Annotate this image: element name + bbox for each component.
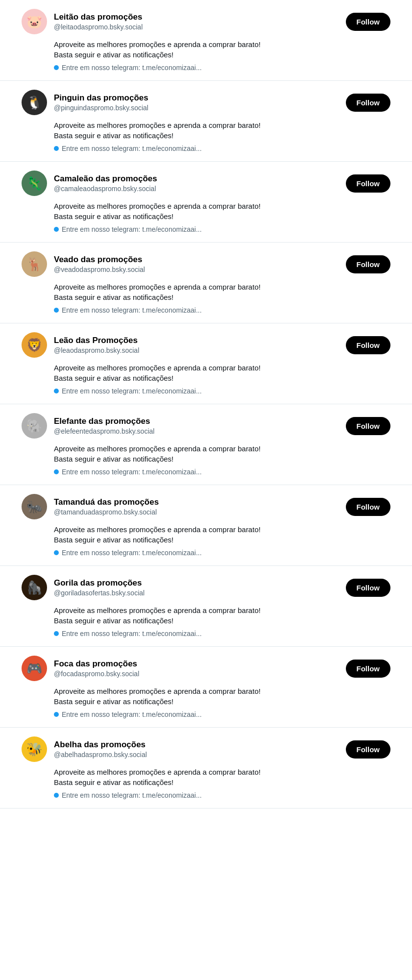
account-link-abelha: Entre em nosso telegram: t.me/economizaa…: [54, 791, 390, 799]
account-description-elefante: Aproveite as melhores promoções e aprend…: [54, 443, 390, 464]
blue-dot-icon-gorila: [54, 631, 59, 636]
account-handle-veado: @veadodaspromo.bsky.social: [54, 266, 340, 273]
follow-button-pinguin[interactable]: Follow: [346, 94, 391, 112]
account-card-foca: 🎮 Foca das promoções @focadaspromo.bsky.…: [0, 647, 412, 728]
account-name-camaleao: Camaleão das promoções: [54, 174, 340, 184]
account-link-tamandua: Entre em nosso telegram: t.me/economizaa…: [54, 549, 390, 557]
avatar-pinguin: 🐧: [22, 90, 47, 115]
follow-button-abelha[interactable]: Follow: [346, 740, 391, 759]
account-card-veado: 🦌 Veado das promoções @veadodaspromo.bsk…: [0, 243, 412, 323]
account-link-foca: Entre em nosso telegram: t.me/economizaa…: [54, 710, 390, 718]
avatar-abelha: 🐝: [22, 736, 47, 762]
account-description-abelha: Aproveite as melhores promoções e aprend…: [54, 767, 390, 787]
avatar-elefante: 🐘: [22, 413, 47, 439]
follow-button-tamandua[interactable]: Follow: [346, 498, 391, 516]
account-info-abelha: Abelha das promoções @abelhadaspromo.bsk…: [54, 740, 340, 759]
link-text-elefante: Entre em nosso telegram: t.me/economizaa…: [62, 468, 202, 476]
link-text-gorila: Entre em nosso telegram: t.me/economizaa…: [62, 630, 202, 637]
account-card-camaleao: 🦎 Camaleão das promoções @camaleaodaspro…: [0, 162, 412, 243]
link-text-pinguin: Entre em nosso telegram: t.me/economizaa…: [62, 145, 202, 152]
follow-button-veado[interactable]: Follow: [346, 255, 391, 273]
blue-dot-icon-abelha: [54, 793, 59, 798]
account-info-camaleao: Camaleão das promoções @camaleaodaspromo…: [54, 174, 340, 193]
account-header-leitao: 🐷 Leitão das promoções @leitaodaspromo.b…: [22, 9, 390, 34]
account-handle-abelha: @abelhadaspromo.bsky.social: [54, 751, 340, 759]
blue-dot-icon-elefante: [54, 469, 59, 474]
link-text-foca: Entre em nosso telegram: t.me/economizaa…: [62, 710, 202, 718]
follow-button-camaleao[interactable]: Follow: [346, 174, 391, 193]
account-header-camaleao: 🦎 Camaleão das promoções @camaleaodaspro…: [22, 171, 390, 196]
avatar-leitao: 🐷: [22, 9, 47, 34]
account-name-gorila: Gorila das promoções: [54, 578, 340, 588]
avatar-foca: 🎮: [22, 656, 47, 681]
account-handle-foca: @focadaspromo.bsky.social: [54, 670, 340, 678]
account-handle-tamandua: @tamanduadaspromo.bsky.social: [54, 508, 340, 516]
account-info-elefante: Elefante das promoções @elefeentedasprom…: [54, 416, 340, 435]
account-description-camaleao: Aproveite as melhores promoções e aprend…: [54, 201, 390, 221]
account-card-pinguin: 🐧 Pinguin das promoções @pinguindaspromo…: [0, 81, 412, 162]
follow-button-gorila[interactable]: Follow: [346, 579, 391, 597]
account-header-gorila: 🦍 Gorila das promoções @goriladasofertas…: [22, 575, 390, 600]
account-link-elefante: Entre em nosso telegram: t.me/economizaa…: [54, 468, 390, 476]
link-text-veado: Entre em nosso telegram: t.me/economizaa…: [62, 306, 202, 314]
account-handle-camaleao: @camaleaodaspromo.bsky.social: [54, 185, 340, 193]
account-link-leao: Entre em nosso telegram: t.me/economizaa…: [54, 387, 390, 395]
blue-dot-icon-camaleao: [54, 227, 59, 232]
account-info-leao: Leão das Promoções @leaodaspromo.bsky.so…: [54, 336, 340, 354]
account-description-foca: Aproveite as melhores promoções e aprend…: [54, 686, 390, 707]
account-header-foca: 🎮 Foca das promoções @focadaspromo.bsky.…: [22, 656, 390, 681]
avatar-camaleao: 🦎: [22, 171, 47, 196]
account-handle-leao: @leaodaspromo.bsky.social: [54, 346, 340, 354]
account-header-leao: 🦁 Leão das Promoções @leaodaspromo.bsky.…: [22, 332, 390, 358]
link-text-camaleao: Entre em nosso telegram: t.me/economizaa…: [62, 225, 202, 233]
account-name-elefante: Elefante das promoções: [54, 416, 340, 426]
blue-dot-icon-leao: [54, 389, 59, 393]
account-header-tamandua: 🐜 Tamanduá das promoções @tamanduadaspro…: [22, 494, 390, 519]
avatar-leao: 🦁: [22, 332, 47, 358]
avatar-veado: 🦌: [22, 251, 47, 277]
account-info-foca: Foca das promoções @focadaspromo.bsky.so…: [54, 659, 340, 678]
account-handle-leitao: @leitaodaspromo.bsky.social: [54, 23, 340, 31]
account-header-pinguin: 🐧 Pinguin das promoções @pinguindaspromo…: [22, 90, 390, 115]
avatar-gorila: 🦍: [22, 575, 47, 600]
follow-button-leitao[interactable]: Follow: [346, 13, 391, 31]
account-description-leitao: Aproveite as melhores promoções e aprend…: [54, 39, 390, 60]
account-description-tamandua: Aproveite as melhores promoções e aprend…: [54, 524, 390, 545]
blue-dot-icon-pinguin: [54, 146, 59, 151]
account-link-veado: Entre em nosso telegram: t.me/economizaa…: [54, 306, 390, 314]
account-description-gorila: Aproveite as melhores promoções e aprend…: [54, 605, 390, 626]
avatar-tamandua: 🐜: [22, 494, 47, 519]
account-card-abelha: 🐝 Abelha das promoções @abelhadaspromo.b…: [0, 728, 412, 808]
account-description-veado: Aproveite as melhores promoções e aprend…: [54, 282, 390, 302]
account-info-gorila: Gorila das promoções @goriladasofertas.b…: [54, 578, 340, 597]
account-card-elefante: 🐘 Elefante das promoções @elefeentedaspr…: [0, 404, 412, 485]
link-text-leao: Entre em nosso telegram: t.me/economizaa…: [62, 387, 202, 395]
account-name-pinguin: Pinguin das promoções: [54, 93, 340, 103]
blue-dot-icon-tamandua: [54, 550, 59, 555]
account-info-veado: Veado das promoções @veadodaspromo.bsky.…: [54, 255, 340, 273]
account-link-gorila: Entre em nosso telegram: t.me/economizaa…: [54, 630, 390, 637]
account-card-gorila: 🦍 Gorila das promoções @goriladasofertas…: [0, 566, 412, 647]
account-handle-gorila: @goriladasofertas.bsky.social: [54, 589, 340, 597]
account-card-leao: 🦁 Leão das Promoções @leaodaspromo.bsky.…: [0, 323, 412, 404]
account-link-leitao: Entre em nosso telegram: t.me/economizaa…: [54, 64, 390, 72]
account-description-leao: Aproveite as melhores promoções e aprend…: [54, 363, 390, 383]
blue-dot-icon-veado: [54, 308, 59, 313]
link-text-leitao: Entre em nosso telegram: t.me/economizaa…: [62, 64, 202, 72]
blue-dot-icon-leitao: [54, 65, 59, 70]
account-name-leitao: Leitão das promoções: [54, 12, 340, 22]
account-card-tamandua: 🐜 Tamanduá das promoções @tamanduadaspro…: [0, 485, 412, 566]
account-name-foca: Foca das promoções: [54, 659, 340, 669]
account-name-leao: Leão das Promoções: [54, 336, 340, 345]
follow-button-leao[interactable]: Follow: [346, 336, 391, 354]
account-info-tamandua: Tamanduá das promoções @tamanduadaspromo…: [54, 497, 340, 516]
accounts-list: 🐷 Leitão das promoções @leitaodaspromo.b…: [0, 0, 412, 808]
account-handle-pinguin: @pinguindaspromo.bsky.social: [54, 104, 340, 112]
account-link-pinguin: Entre em nosso telegram: t.me/economizaa…: [54, 145, 390, 152]
link-text-tamandua: Entre em nosso telegram: t.me/economizaa…: [62, 549, 202, 557]
follow-button-foca[interactable]: Follow: [346, 660, 391, 678]
account-description-pinguin: Aproveite as melhores promoções e aprend…: [54, 120, 390, 141]
account-name-abelha: Abelha das promoções: [54, 740, 340, 750]
follow-button-elefante[interactable]: Follow: [346, 417, 391, 435]
link-text-abelha: Entre em nosso telegram: t.me/economizaa…: [62, 791, 202, 799]
